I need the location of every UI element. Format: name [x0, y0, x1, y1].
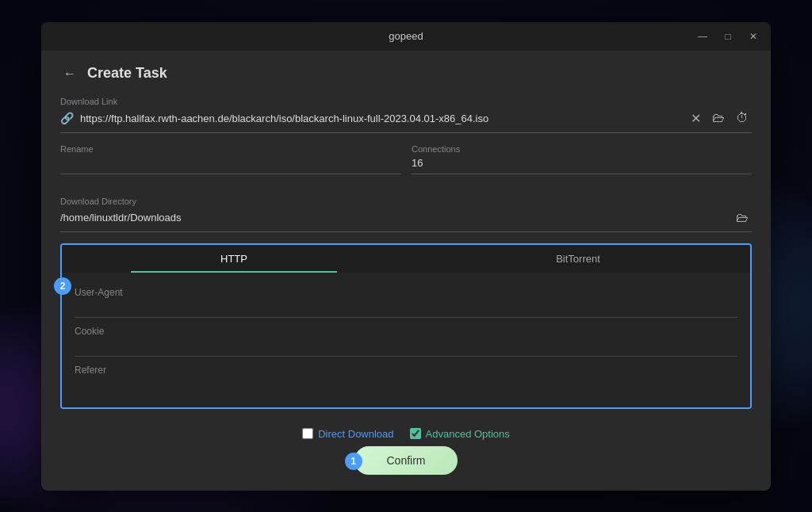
- tab-bittorrent[interactable]: BitTorrent: [406, 245, 750, 273]
- referer-input[interactable]: [75, 376, 737, 389]
- download-link-row: 🔗 ✕ 🗁 ⏱: [60, 109, 752, 133]
- rename-label: Rename: [60, 144, 400, 154]
- btn-row: Confirm 1: [354, 446, 457, 475]
- connections-label: Connections: [412, 144, 752, 154]
- tabs-panel: HTTP BitTorrent User-Agent Cookie Refere…: [60, 243, 752, 409]
- window-controls: — □ ✕: [691, 25, 764, 48]
- history-button[interactable]: ⏱: [733, 109, 752, 127]
- download-link-actions: ✕ 🗁 ⏱: [688, 109, 752, 128]
- titlebar: gopeed — □ ✕: [41, 22, 771, 51]
- minimize-button[interactable]: —: [691, 25, 714, 48]
- advanced-options-label: Advanced Options: [426, 428, 510, 440]
- rename-row: [60, 157, 400, 174]
- maximize-button[interactable]: □: [717, 25, 739, 48]
- header-row: ← Create Task: [60, 63, 752, 84]
- link-icon: 🔗: [60, 112, 74, 124]
- rename-group: Rename: [60, 144, 400, 174]
- direct-download-group: Direct Download: [302, 428, 393, 440]
- referer-field: Referer: [75, 357, 737, 395]
- tabs-header: HTTP BitTorrent: [62, 245, 750, 273]
- download-dir-label: Download Directory: [60, 197, 752, 206]
- download-link-group: Download Link 🔗 ✕ 🗁 ⏱: [60, 97, 752, 133]
- folder-browse-button[interactable]: 🗁: [709, 109, 728, 127]
- main-window: gopeed — □ ✕ ← Create Task Download Link…: [41, 22, 771, 491]
- advanced-options-group: Advanced Options: [410, 428, 510, 440]
- cookie-input[interactable]: [75, 337, 737, 350]
- cookie-field: Cookie: [75, 318, 737, 357]
- close-button[interactable]: ✕: [742, 25, 764, 48]
- badge-2: 2: [54, 277, 71, 295]
- dir-browse-button[interactable]: 🗁: [733, 209, 752, 227]
- badge-1: 1: [345, 453, 362, 470]
- tab-content-http: User-Agent Cookie Referer: [62, 273, 750, 407]
- referer-label: Referer: [75, 365, 737, 376]
- connections-group: Connections: [412, 144, 752, 174]
- content-area: ← Create Task Download Link 🔗 ✕ 🗁 ⏱ Rena…: [41, 51, 771, 491]
- clear-link-button[interactable]: ✕: [688, 109, 704, 128]
- tab-http[interactable]: HTTP: [62, 245, 406, 273]
- rename-connections-row: Rename Connections: [60, 144, 752, 185]
- direct-download-checkbox[interactable]: [302, 428, 313, 439]
- page-title: Create Task: [87, 65, 167, 82]
- app-title: gopeed: [389, 30, 423, 42]
- direct-download-label: Direct Download: [318, 428, 393, 440]
- confirm-button[interactable]: Confirm: [354, 446, 457, 475]
- rename-input[interactable]: [60, 157, 400, 169]
- user-agent-label: User-Agent: [75, 287, 737, 298]
- download-link-input[interactable]: [80, 113, 681, 124]
- user-agent-input[interactable]: [75, 298, 737, 311]
- download-dir-input[interactable]: [60, 212, 733, 224]
- bottom-bar: 2 Direct Download Advanced Options Confi…: [60, 420, 752, 475]
- download-dir-row: 🗁: [60, 209, 752, 232]
- connections-input[interactable]: [412, 157, 752, 169]
- checkboxes-row: Direct Download Advanced Options: [302, 428, 510, 440]
- user-agent-field: User-Agent: [75, 279, 737, 318]
- download-link-label: Download Link: [60, 97, 752, 106]
- back-button[interactable]: ←: [60, 63, 79, 84]
- bottom-actions: Direct Download Advanced Options Confirm…: [302, 428, 510, 475]
- connections-row: [412, 157, 752, 174]
- cookie-label: Cookie: [75, 326, 737, 337]
- advanced-options-checkbox[interactable]: [410, 428, 421, 439]
- download-dir-group: Download Directory 🗁: [60, 197, 752, 232]
